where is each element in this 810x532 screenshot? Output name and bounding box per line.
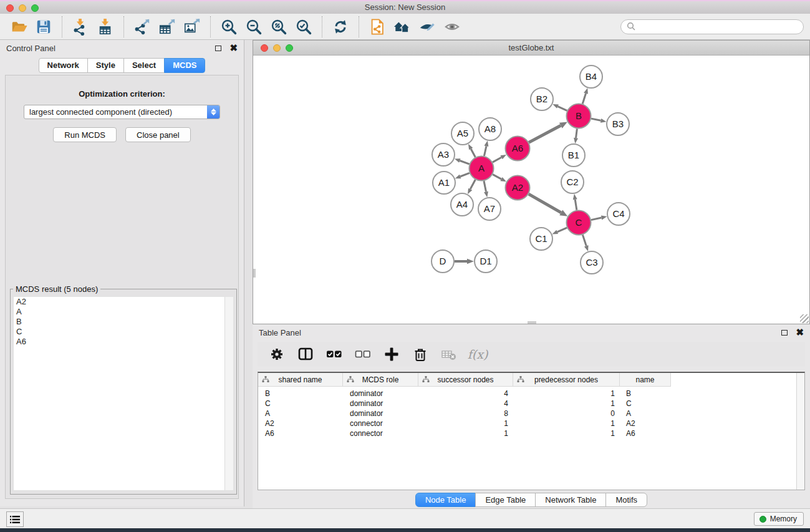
delete-column-trash-icon[interactable]	[411, 345, 430, 364]
edge-B-B1[interactable]	[574, 128, 578, 143]
edge-A-A4[interactable]	[468, 180, 475, 194]
memory-button[interactable]: Memory	[754, 512, 804, 526]
close-panel-icon[interactable]: ✖	[229, 44, 238, 52]
run-mcds-button[interactable]: Run MCDS	[53, 127, 117, 142]
edge-A-A6[interactable]	[493, 155, 506, 162]
mcds-result-item[interactable]: A6	[14, 337, 233, 347]
network-zoom-button[interactable]	[286, 44, 293, 52]
open-session-icon[interactable]	[6, 16, 31, 38]
edge-D-D1[interactable]	[455, 259, 474, 264]
node-C2[interactable]: C2	[561, 171, 584, 193]
minimize-window-button[interactable]	[19, 4, 26, 12]
network-close-button[interactable]	[261, 44, 268, 52]
edge-A2-C[interactable]	[529, 194, 567, 216]
export-table-icon[interactable]	[155, 16, 180, 38]
edge-A-A5[interactable]	[468, 144, 475, 157]
mcds-result-item[interactable]: C	[14, 327, 233, 337]
tab-node-table[interactable]: Node Table	[415, 493, 476, 507]
edge-A-A1[interactable]	[455, 173, 470, 178]
float-table-panel-icon[interactable]	[781, 330, 788, 336]
home-overview-icon[interactable]	[390, 16, 415, 38]
zoom-out-icon[interactable]	[241, 16, 266, 38]
table-row[interactable]: A2connector11A2	[258, 418, 804, 428]
search-input[interactable]	[636, 22, 798, 31]
table-row[interactable]: Bdominator41B	[258, 389, 804, 399]
node-C1[interactable]: C1	[530, 228, 552, 250]
hide-show-tool-icon[interactable]	[415, 16, 440, 38]
node-A3[interactable]: A3	[432, 143, 455, 166]
deselect-all-columns-icon[interactable]	[354, 345, 372, 364]
edge-A-A2[interactable]	[493, 175, 506, 182]
float-panel-icon[interactable]	[215, 46, 221, 51]
zoom-window-button[interactable]	[31, 4, 39, 12]
window-resize-grip[interactable]	[800, 314, 809, 323]
node-A8[interactable]: A8	[479, 118, 501, 140]
tab-mcds[interactable]: MCDS	[164, 58, 205, 73]
tab-network[interactable]: Network	[39, 58, 88, 73]
table-row[interactable]: A6connector11A6	[258, 428, 804, 438]
task-history-button[interactable]	[6, 511, 24, 527]
table-row[interactable]: Cdominator41C	[258, 399, 804, 409]
node-D1[interactable]: D1	[475, 250, 497, 273]
column-header-successor-nodes[interactable]: successor nodes	[418, 373, 513, 387]
node-B[interactable]: B	[567, 104, 591, 128]
criterion-dropdown[interactable]: largest connected component (directed)	[24, 105, 220, 119]
mcds-result-item[interactable]: B	[14, 317, 233, 327]
canvas-vertical-scroll-nub[interactable]	[253, 269, 256, 278]
tab-network-table[interactable]: Network Table	[535, 493, 606, 507]
zoom-in-icon[interactable]	[216, 16, 241, 38]
edge-B-B2[interactable]	[552, 104, 567, 111]
search-box[interactable]	[620, 19, 804, 34]
column-header-mcds-role[interactable]: MCDS role	[343, 373, 418, 387]
edge-A-A8[interactable]	[484, 141, 488, 156]
select-all-columns-icon[interactable]	[325, 345, 344, 364]
canvas-horizontal-scroll-nub[interactable]	[528, 321, 536, 324]
edge-C-C3[interactable]	[582, 235, 588, 251]
close-panel-button[interactable]: Close panel	[125, 127, 191, 142]
refresh-layout-icon[interactable]	[328, 16, 353, 38]
node-A4[interactable]: A4	[451, 193, 473, 216]
add-column-icon[interactable]	[382, 345, 401, 364]
edge-A6-B[interactable]	[529, 122, 567, 143]
node-B1[interactable]: B1	[562, 144, 585, 167]
table-row[interactable]: Adominator80A	[258, 409, 804, 418]
edge-B-B4[interactable]	[582, 88, 588, 104]
save-session-icon[interactable]	[31, 16, 56, 38]
close-table-panel-icon[interactable]: ✖	[796, 329, 804, 336]
node-B3[interactable]: B3	[607, 113, 629, 135]
edge-C-C2[interactable]	[573, 194, 577, 210]
tab-motifs[interactable]: Motifs	[605, 493, 647, 507]
tab-style[interactable]: Style	[87, 58, 124, 73]
import-network-icon[interactable]	[68, 16, 93, 38]
network-file-icon[interactable]	[365, 16, 390, 38]
node-A1[interactable]: A1	[433, 172, 455, 194]
tab-edge-table[interactable]: Edge Table	[475, 493, 536, 507]
node-B2[interactable]: B2	[531, 88, 553, 110]
node-C[interactable]: C	[567, 211, 591, 235]
column-header-predecessor-nodes[interactable]: predecessor nodes	[513, 373, 620, 387]
network-canvas[interactable]: AA1A3A5A8A4A7A6A2BB1B2B3B4CC1C2C3C4DD1	[253, 56, 809, 324]
close-window-button[interactable]	[6, 4, 14, 12]
import-table-icon[interactable]	[93, 16, 118, 38]
edge-A-A3[interactable]	[455, 158, 470, 164]
node-A7[interactable]: A7	[478, 198, 501, 220]
mcds-result-item[interactable]: A	[14, 307, 233, 317]
show-all-eye-icon[interactable]	[440, 16, 465, 38]
node-D[interactable]: D	[432, 250, 454, 273]
node-C3[interactable]: C3	[581, 251, 603, 274]
zoom-selected-icon[interactable]	[291, 16, 316, 38]
export-image-icon[interactable]	[180, 16, 205, 38]
edge-A-A7[interactable]	[484, 181, 488, 197]
edge-B-B3[interactable]	[591, 118, 606, 123]
network-minimize-button[interactable]	[273, 44, 281, 52]
column-header-shared-name[interactable]: shared name	[258, 373, 343, 387]
tab-select[interactable]: Select	[123, 58, 165, 73]
mcds-result-item[interactable]: A2	[14, 297, 233, 307]
table-scrollbar[interactable]	[796, 373, 804, 490]
show-columns-icon[interactable]	[296, 345, 315, 364]
mcds-list-scrollbar[interactable]	[224, 297, 233, 490]
edge-C-C1[interactable]	[552, 228, 567, 234]
export-network-icon[interactable]	[130, 16, 155, 38]
node-C4[interactable]: C4	[607, 203, 630, 225]
node-A6[interactable]: A6	[506, 137, 530, 161]
